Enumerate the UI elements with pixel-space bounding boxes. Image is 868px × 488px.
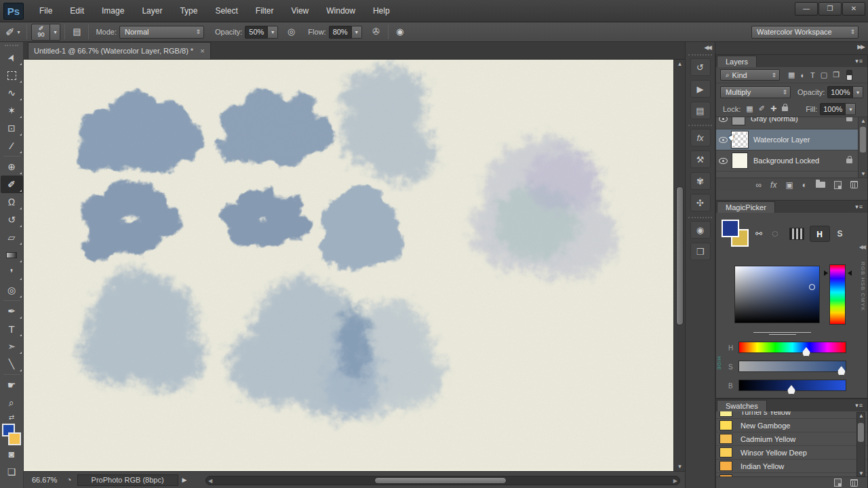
swatch-color[interactable] (719, 474, 732, 476)
menu-type[interactable]: Type (171, 0, 206, 22)
new-group-icon[interactable] (816, 182, 825, 188)
marquee-tool[interactable] (1, 66, 23, 84)
brightness-slider[interactable] (738, 380, 846, 391)
scroll-down-icon[interactable]: ▼ (857, 470, 865, 476)
lock-all-icon[interactable] (782, 106, 788, 111)
hand-tool[interactable]: ☛ (1, 376, 23, 394)
visibility-eye-icon[interactable] (719, 158, 728, 164)
document-tab[interactable]: Untitled-1 @ 66.7% (Watercolor Layer, RG… (28, 42, 211, 59)
menu-window[interactable]: Window (317, 0, 364, 22)
layer-thumbnail[interactable] (732, 152, 748, 169)
zoom-tool[interactable]: ⌕ (1, 394, 23, 411)
eraser-tool[interactable]: ▱ (1, 228, 23, 246)
delete-layer-icon[interactable] (850, 181, 858, 188)
menu-help[interactable]: Help (364, 0, 399, 22)
visibility-eye-icon[interactable] (719, 137, 728, 143)
lock-paint-icon[interactable]: ✐ (759, 104, 765, 113)
tool-presets-panel-button[interactable]: ⚒ (690, 150, 711, 168)
magicpicker-menu-icon[interactable]: ▾≡ (851, 201, 867, 213)
scroll-thumb[interactable] (858, 423, 864, 442)
status-sync-icon[interactable]: ◔ (66, 475, 71, 485)
minimize-button[interactable]: — (795, 2, 818, 16)
close-button[interactable]: ✕ (842, 2, 865, 16)
swatch-color[interactable] (719, 411, 732, 417)
layer-opacity-arrow[interactable]: ▾ (853, 86, 863, 98)
swatches-scrollbar[interactable]: ▲ ▼ (856, 412, 865, 477)
brush-size-dropdown-arrow[interactable]: ▾ (50, 24, 60, 41)
opacity-dropdown-arrow[interactable]: ▾ (268, 26, 278, 39)
swatch-row[interactable]: Winsor Yellow Deep (716, 446, 867, 460)
swatch-row[interactable]: Cadmium Yellow (716, 432, 867, 446)
styles-panel-button[interactable]: fx (690, 129, 711, 146)
move-tool[interactable]: ➤ (1, 49, 23, 66)
lasso-tool[interactable]: ∿ (1, 84, 23, 102)
vertical-scroll-thumb[interactable] (676, 186, 684, 325)
workspace-select[interactable]: Watercolor Workspace ⇕ (751, 26, 859, 39)
swap-colors-icon[interactable]: ⇄ (1, 411, 23, 422)
layer-blend-mode-select[interactable]: Multiply ⇕ (720, 86, 791, 98)
scroll-down-icon[interactable]: ▼ (859, 171, 867, 177)
horizontal-scroll-thumb[interactable] (374, 477, 507, 484)
link-colors-icon[interactable]: ⚯ (755, 229, 762, 239)
saturation-slider[interactable] (738, 361, 846, 372)
scroll-up-icon[interactable]: ▲ (859, 118, 867, 124)
swatch-color[interactable] (719, 434, 732, 444)
new-layer-icon[interactable] (834, 181, 842, 189)
blur-tool[interactable]: ❜ (1, 264, 23, 281)
scroll-right-icon[interactable]: ▶ (673, 478, 677, 484)
toolbar-grip[interactable] (5, 45, 18, 46)
flow-dropdown-arrow[interactable]: ▾ (352, 26, 362, 39)
picker-foreground-swatch[interactable] (722, 220, 739, 237)
menu-view[interactable]: View (282, 0, 317, 22)
magic-wand-tool[interactable]: ✶ (1, 102, 23, 119)
layer-styles-icon[interactable]: fx (770, 180, 776, 190)
flow-value[interactable]: 80% (329, 26, 352, 39)
blend-mode-select[interactable]: Normal ⇕ (119, 26, 204, 39)
picker-resize-handle[interactable] (753, 331, 811, 336)
clone-stamp-tool[interactable]: Ω (1, 193, 23, 211)
swatch-row[interactable]: Turner's Yellow (716, 411, 867, 419)
scroll-left-icon[interactable]: ◀ (208, 478, 212, 484)
stripes-mode-icon[interactable] (789, 228, 804, 240)
pressure-size-icon[interactable]: ◉ (393, 25, 408, 39)
layers-scrollbar[interactable]: ▲ ▼ (858, 117, 867, 178)
filter-smart-objects-icon[interactable]: ❐ (833, 70, 840, 79)
line-tool[interactable]: ╲ (1, 355, 23, 373)
background-color-swatch[interactable] (8, 432, 21, 445)
menu-edit[interactable]: Edit (61, 0, 93, 22)
new-swatch-icon[interactable] (834, 479, 842, 487)
menu-layer[interactable]: Layer (133, 0, 171, 22)
opacity-value[interactable]: 50% (245, 26, 268, 39)
gradient-tool[interactable] (1, 246, 23, 264)
brush-size-picker[interactable]: ✐ 90 (31, 24, 50, 41)
filter-pixel-layers-icon[interactable]: ▦ (788, 70, 795, 79)
canvas-vertical-scrollbar[interactable]: ▲ ▼ (673, 60, 685, 471)
healing-brush-tool[interactable]: ⊕ (1, 158, 23, 176)
airbrush-icon[interactable]: ✇ (369, 25, 384, 39)
lock-transparency-icon[interactable]: ▦ (746, 104, 753, 113)
canvas[interactable] (24, 60, 673, 471)
crop-tool[interactable]: ⊡ (1, 119, 23, 137)
layer-comps-panel-button[interactable]: ▤ (690, 102, 711, 119)
layer-row-background[interactable]: Background Locked (716, 150, 867, 171)
brush-panel-button[interactable]: ✣ (690, 194, 711, 211)
menu-file[interactable]: File (31, 0, 61, 22)
menu-image[interactable]: Image (93, 0, 133, 22)
scroll-up-icon[interactable]: ▲ (857, 413, 865, 419)
path-selection-tool[interactable]: ➣ (1, 338, 23, 355)
layer-fill-arrow[interactable]: ▾ (846, 103, 856, 115)
history-brush-tool[interactable]: ↺ (1, 211, 23, 228)
pen-tool[interactable]: ✒ (1, 302, 23, 320)
brush-tool-preview-icon[interactable]: ✐ (5, 26, 14, 39)
swatch-color[interactable] (719, 461, 732, 471)
actions-panel-button[interactable]: ▶ (690, 80, 711, 98)
hue-slider[interactable] (738, 342, 846, 353)
scroll-thumb[interactable] (860, 127, 866, 152)
swatch-color[interactable] (719, 447, 732, 458)
tab-close-icon[interactable]: × (200, 47, 204, 55)
scroll-up-icon[interactable]: ▲ (674, 61, 686, 67)
panels-collapse-icon[interactable]: ▶▶ (715, 42, 868, 54)
dock-collapse-icon[interactable]: ◀◀ (686, 42, 715, 53)
color-wheel-icon[interactable]: ◌ (772, 228, 778, 240)
pressure-opacity-icon[interactable]: ◎ (283, 25, 298, 39)
